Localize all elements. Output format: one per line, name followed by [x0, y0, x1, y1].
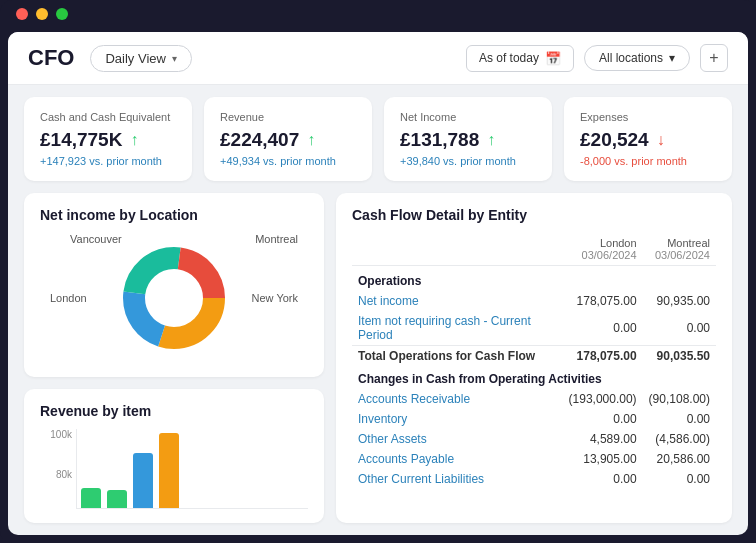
kpi-change: +39,840 vs. prior month — [400, 155, 536, 167]
kpi-label: Cash and Cash Equivalent — [40, 111, 176, 123]
add-button[interactable]: + — [700, 44, 728, 72]
header-controls: As of today 📅 All locations ▾ + — [466, 44, 728, 72]
main-content: Net income by Location Vancouver — [8, 193, 748, 535]
bar-chart-area — [76, 429, 308, 509]
label-london: London — [50, 292, 87, 304]
app-window: CFO Daily View ▾ As of today 📅 All locat… — [0, 0, 756, 543]
as-of-today-label: As of today — [479, 51, 539, 65]
all-locations-button[interactable]: All locations ▾ — [584, 45, 690, 71]
app-body: CFO Daily View ▾ As of today 📅 All locat… — [8, 32, 748, 535]
donut-labels: Vancouver Montreal London New York — [40, 233, 308, 363]
kpi-value-row: £14,775K ↑ — [40, 129, 176, 151]
kpi-row: Cash and Cash Equivalent £14,775K ↑ +147… — [8, 85, 748, 193]
kpi-value-row: £224,407 ↑ — [220, 129, 356, 151]
kpi-change: -8,000 vs. prior month — [580, 155, 716, 167]
kpi-card-cash: Cash and Cash Equivalent £14,775K ↑ +147… — [24, 97, 192, 181]
label-montreal: Montreal — [255, 233, 298, 245]
table-header-row: London 03/06/2024 Montreal 03/06/2024 — [352, 233, 716, 266]
y-label-100k: 100k — [40, 429, 72, 440]
minimize-dot[interactable] — [36, 8, 48, 20]
daily-view-label: Daily View — [105, 51, 165, 66]
bar-1 — [81, 488, 101, 508]
table-row[interactable]: Net income 178,075.00 90,935.00 — [352, 291, 716, 311]
kpi-change: +49,934 vs. prior month — [220, 155, 356, 167]
close-dot[interactable] — [16, 8, 28, 20]
revenue-by-item-card: Revenue by item 100k 80k — [24, 389, 324, 523]
kpi-value: £131,788 — [400, 129, 479, 151]
kpi-card-expenses: Expenses £20,524 ↓ -8,000 vs. prior mont… — [564, 97, 732, 181]
page-title: CFO — [28, 45, 74, 71]
left-column: Net income by Location Vancouver — [24, 193, 324, 523]
total-row-operations: Total Operations for Cash Flow 178,075.0… — [352, 346, 716, 367]
header: CFO Daily View ▾ As of today 📅 All locat… — [8, 32, 748, 85]
col-header-label — [352, 233, 563, 266]
arrow-down-icon: ↓ — [657, 131, 665, 149]
arrow-up-icon: ↑ — [130, 131, 138, 149]
chevron-down-icon: ▾ — [669, 51, 675, 65]
bar-4 — [159, 433, 179, 508]
bar-chart-wrapper: 100k 80k — [40, 429, 308, 509]
label-new-york: New York — [252, 292, 298, 304]
calendar-icon: 📅 — [545, 51, 561, 66]
kpi-value-row: £131,788 ↑ — [400, 129, 536, 151]
as-of-today-button[interactable]: As of today 📅 — [466, 45, 574, 72]
net-income-location-title: Net income by Location — [40, 207, 308, 223]
net-income-location-card: Net income by Location Vancouver — [24, 193, 324, 377]
y-axis: 100k 80k — [40, 429, 72, 509]
arrow-up-icon: ↑ — [487, 131, 495, 149]
table-row[interactable]: Inventory 0.00 0.00 — [352, 409, 716, 429]
table-row[interactable]: Accounts Payable 13,905.00 20,586.00 — [352, 449, 716, 469]
arrow-up-icon: ↑ — [307, 131, 315, 149]
table-row[interactable]: Other Assets 4,589.00 (4,586.00) — [352, 429, 716, 449]
kpi-label: Revenue — [220, 111, 356, 123]
chevron-down-icon: ▾ — [172, 53, 177, 64]
kpi-value: £14,775K — [40, 129, 122, 151]
label-vancouver: Vancouver — [70, 233, 122, 245]
kpi-value: £224,407 — [220, 129, 299, 151]
cash-flow-card: Cash Flow Detail by Entity London 03/06/… — [336, 193, 732, 523]
section-operations: Operations — [352, 266, 716, 292]
section-changes: Changes in Cash from Operating Activitie… — [352, 366, 716, 389]
maximize-dot[interactable] — [56, 8, 68, 20]
cash-flow-title: Cash Flow Detail by Entity — [352, 207, 716, 223]
kpi-value: £20,524 — [580, 129, 649, 151]
kpi-change: +147,923 vs. prior month — [40, 155, 176, 167]
kpi-label: Net Income — [400, 111, 536, 123]
all-locations-label: All locations — [599, 51, 663, 65]
cash-flow-table: London 03/06/2024 Montreal 03/06/2024 — [352, 233, 716, 489]
col-header-montreal: Montreal 03/06/2024 — [643, 233, 716, 266]
revenue-by-item-title: Revenue by item — [40, 403, 308, 419]
kpi-label: Expenses — [580, 111, 716, 123]
table-row[interactable]: Item not requiring cash - Current Period… — [352, 311, 716, 346]
kpi-card-net-income: Net Income £131,788 ↑ +39,840 vs. prior … — [384, 97, 552, 181]
kpi-value-row: £20,524 ↓ — [580, 129, 716, 151]
daily-view-button[interactable]: Daily View ▾ — [90, 45, 191, 72]
kpi-card-revenue: Revenue £224,407 ↑ +49,934 vs. prior mon… — [204, 97, 372, 181]
table-row[interactable]: Other Current Liabilities 0.00 0.00 — [352, 469, 716, 489]
bar-2 — [107, 490, 127, 508]
table-row[interactable]: Accounts Receivable (193,000.00) (90,108… — [352, 389, 716, 409]
donut-chart: Vancouver Montreal London New York — [40, 233, 308, 363]
titlebar — [0, 0, 756, 28]
bar-3 — [133, 453, 153, 508]
col-header-london: London 03/06/2024 — [563, 233, 643, 266]
y-label-80k: 80k — [40, 469, 72, 480]
